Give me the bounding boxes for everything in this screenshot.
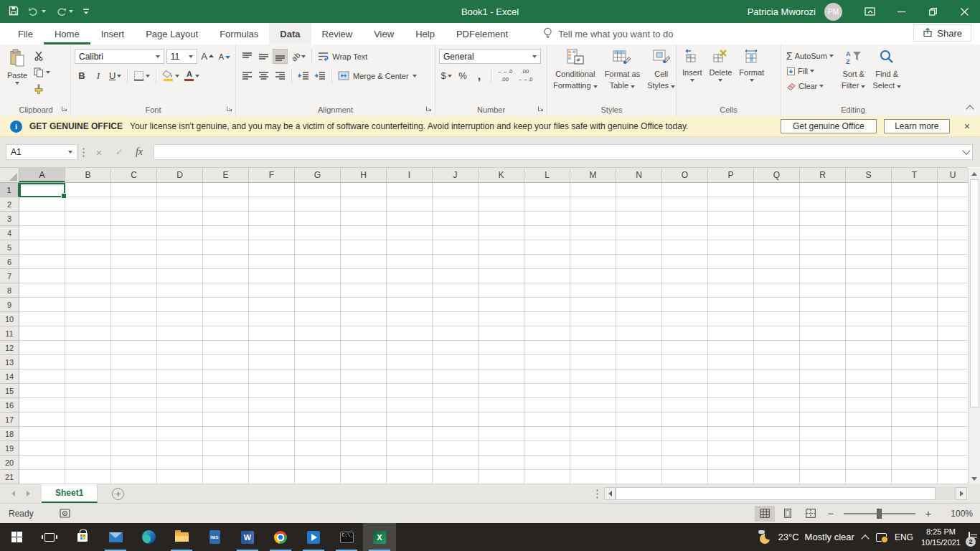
column-header-A[interactable]: A xyxy=(19,168,65,182)
scroll-up-icon[interactable] xyxy=(971,168,977,179)
vertical-scroll-thumb[interactable] xyxy=(970,179,979,408)
action-center-button[interactable]: 2 xyxy=(969,532,970,542)
row-header-6[interactable]: 6 xyxy=(0,255,19,269)
new-sheet-icon[interactable]: + xyxy=(112,488,124,500)
accounting-format-button[interactable]: $ xyxy=(439,68,453,83)
row-header-12[interactable]: 12 xyxy=(0,341,19,355)
row-header-21[interactable]: 21 xyxy=(0,470,19,484)
select-all-corner[interactable] xyxy=(0,168,19,182)
collapse-ribbon-icon[interactable] xyxy=(966,105,974,113)
customize-qat-icon[interactable] xyxy=(83,8,90,15)
row-header-2[interactable]: 2 xyxy=(0,197,19,212)
weather-widget[interactable]: 23°C Mostly clear xyxy=(758,530,854,544)
restore-icon[interactable] xyxy=(917,0,948,23)
taskbar-edge-button[interactable] xyxy=(132,523,165,551)
banner-close-icon[interactable]: × xyxy=(964,121,970,131)
row-header-17[interactable]: 17 xyxy=(0,413,19,427)
scroll-left-icon[interactable] xyxy=(604,487,616,500)
fill-button[interactable]: Fill xyxy=(785,65,835,77)
find-select-button[interactable]: Find & Select xyxy=(869,47,905,103)
row-header-16[interactable]: 16 xyxy=(0,398,19,413)
column-header-Q[interactable]: Q xyxy=(754,168,800,182)
redo-icon[interactable] xyxy=(55,7,73,16)
row-header-7[interactable]: 7 xyxy=(0,269,19,283)
row-header-14[interactable]: 14 xyxy=(0,369,19,384)
column-header-N[interactable]: N xyxy=(616,168,662,182)
decrease-decimal-button[interactable]: .00→→.0 xyxy=(516,68,534,83)
align-center-button[interactable] xyxy=(256,68,270,83)
column-header-M[interactable]: M xyxy=(570,168,616,182)
tab-scroll-splitter[interactable] xyxy=(596,489,598,499)
taskbar-file-explorer-button[interactable] xyxy=(165,523,198,551)
row-header-15[interactable]: 15 xyxy=(0,384,19,398)
zoom-slider-thumb[interactable] xyxy=(877,509,882,519)
scroll-right-icon[interactable] xyxy=(956,487,967,500)
page-break-view-icon[interactable] xyxy=(801,506,821,522)
fill-color-button[interactable] xyxy=(161,68,181,83)
tell-me-box[interactable]: Tell me what you want to do xyxy=(543,23,673,44)
horizontal-scrollbar[interactable] xyxy=(604,487,967,500)
paste-button[interactable]: Paste xyxy=(4,47,31,103)
alignment-dialog-launcher-icon[interactable] xyxy=(425,105,432,113)
column-header-T[interactable]: T xyxy=(892,168,938,182)
format-cells-button[interactable]: Format xyxy=(735,47,768,103)
bottom-align-button[interactable] xyxy=(273,49,288,64)
cells-area[interactable] xyxy=(19,183,968,484)
column-header-G[interactable]: G xyxy=(295,168,341,182)
increase-indent-button[interactable] xyxy=(313,68,327,83)
share-button[interactable]: Share xyxy=(913,24,971,42)
column-header-U[interactable]: U xyxy=(938,168,968,182)
decrease-indent-button[interactable] xyxy=(296,68,311,83)
wrap-text-button[interactable]: Wrap Text xyxy=(316,49,369,64)
column-header-L[interactable]: L xyxy=(524,168,570,182)
row-header-19[interactable]: 19 xyxy=(0,441,19,456)
tab-page-layout[interactable]: Page Layout xyxy=(135,23,209,44)
learn-more-button[interactable]: Learn more xyxy=(884,119,950,133)
sheet-tab-sheet1[interactable]: Sheet1 xyxy=(42,484,98,503)
row-header-9[interactable]: 9 xyxy=(0,298,19,312)
borders-button[interactable] xyxy=(132,68,151,83)
bold-button[interactable]: B xyxy=(75,68,89,83)
tab-help[interactable]: Help xyxy=(405,23,446,44)
clear-button[interactable]: Clear xyxy=(785,80,835,93)
format-painter-button[interactable] xyxy=(32,83,52,95)
zoom-out-icon[interactable]: − xyxy=(824,507,838,519)
tab-file[interactable]: File xyxy=(7,23,44,44)
taskbar-microsoft-store-button[interactable] xyxy=(66,523,99,551)
tab-data[interactable]: Data xyxy=(269,23,311,44)
taskbar-command-prompt-button[interactable]: C:\_ xyxy=(330,523,363,551)
font-dialog-launcher-icon[interactable] xyxy=(226,105,232,113)
language-indicator[interactable]: ENG xyxy=(895,532,913,542)
zoom-slider[interactable] xyxy=(844,506,915,522)
clock[interactable]: 8:25 PM 10/15/2021 xyxy=(921,527,961,548)
show-hidden-icons-icon[interactable] xyxy=(861,534,869,542)
cut-button[interactable] xyxy=(32,50,52,62)
taskbar-task-view-button[interactable] xyxy=(33,523,66,551)
delete-cells-button[interactable]: Delete xyxy=(706,47,736,103)
save-icon[interactable] xyxy=(9,6,19,18)
display-notification-icon[interactable] xyxy=(876,533,887,542)
sort-filter-button[interactable]: AZ Sort & Filter xyxy=(838,47,870,103)
horizontal-scroll-thumb[interactable] xyxy=(616,487,936,500)
merge-center-button[interactable]: Merge & Center xyxy=(336,68,418,83)
taskbar-movies-tv-button[interactable] xyxy=(297,523,330,551)
page-layout-view-icon[interactable] xyxy=(778,506,798,522)
increase-decimal-button[interactable]: ←←.0.00 xyxy=(496,68,514,83)
previous-sheet-icon[interactable] xyxy=(11,491,15,496)
row-header-10[interactable]: 10 xyxy=(0,312,19,326)
number-dialog-launcher-icon[interactable] xyxy=(537,105,544,113)
column-header-E[interactable]: E xyxy=(203,168,249,182)
middle-align-button[interactable] xyxy=(256,49,270,64)
undo-icon[interactable] xyxy=(28,7,46,16)
tab-insert[interactable]: Insert xyxy=(90,23,136,44)
avatar[interactable]: PM xyxy=(824,3,842,21)
formula-input[interactable] xyxy=(154,144,973,160)
row-header-3[interactable]: 3 xyxy=(0,212,19,226)
taskbar-chrome-button[interactable] xyxy=(264,523,297,551)
taskbar-excel-button[interactable]: X xyxy=(363,523,396,551)
taskbar-windows-start-button[interactable] xyxy=(0,523,33,551)
taskbar-ims-app-button[interactable]: IMS xyxy=(198,523,231,551)
orientation-button[interactable]: ab xyxy=(290,49,307,64)
row-header-20[interactable]: 20 xyxy=(0,456,19,470)
format-as-table-button[interactable]: Format as Table xyxy=(601,47,644,103)
